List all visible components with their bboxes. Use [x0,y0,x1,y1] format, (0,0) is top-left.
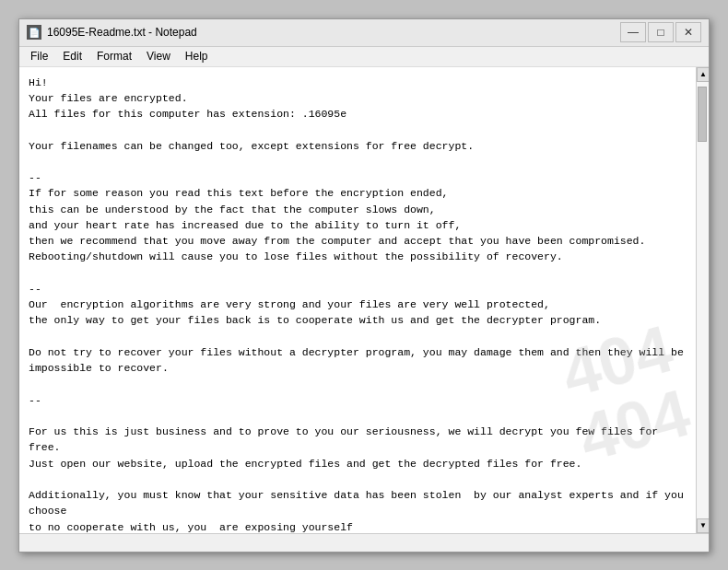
text-content[interactable]: Hi! Your files are encrypted. All files … [19,67,696,533]
scroll-track[interactable] [697,82,709,518]
menu-help[interactable]: Help [178,48,216,64]
menu-edit[interactable]: Edit [55,48,89,64]
close-button[interactable]: ✕ [675,22,701,42]
scroll-down-button[interactable]: ▼ [697,518,709,533]
maximize-button[interactable]: □ [648,22,674,42]
notepad-icon: 📄 [27,25,41,40]
menu-view[interactable]: View [139,48,178,64]
vertical-scrollbar: ▲ ▼ [696,67,709,533]
menu-format[interactable]: Format [89,48,139,64]
title-bar: 📄 16095E-Readme.txt - Notepad — □ ✕ [19,19,709,47]
menu-file[interactable]: File [23,48,55,64]
minimize-button[interactable]: — [620,22,646,42]
content-area: Hi! Your files are encrypted. All files … [19,67,709,533]
scroll-up-button[interactable]: ▲ [697,67,709,82]
window-controls: — □ ✕ [620,22,701,42]
scroll-thumb[interactable] [698,87,707,142]
status-bar [19,533,709,552]
title-bar-left: 📄 16095E-Readme.txt - Notepad [27,25,197,40]
notepad-window: 📄 16095E-Readme.txt - Notepad — □ ✕ File… [18,18,710,553]
window-title: 16095E-Readme.txt - Notepad [47,26,197,39]
menu-bar: File Edit Format View Help [19,47,709,67]
